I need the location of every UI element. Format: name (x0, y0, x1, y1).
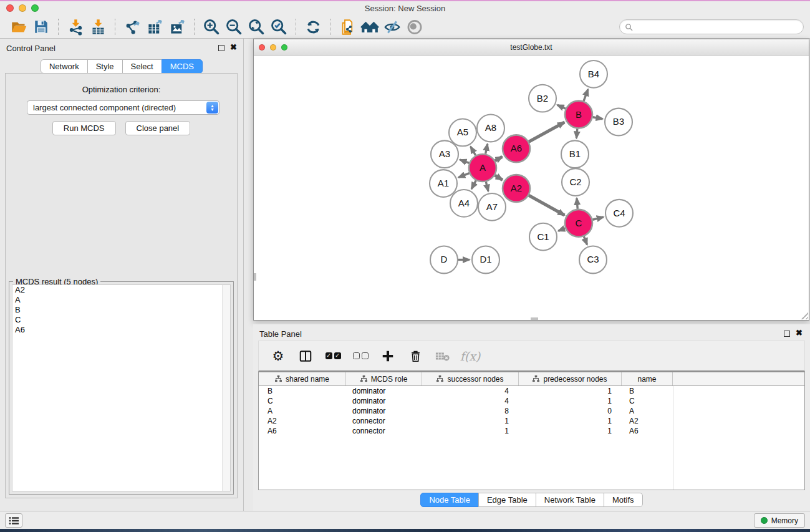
cell-successor-nodes[interactable]: 8 (422, 407, 519, 415)
cell-name[interactable]: C (622, 397, 673, 405)
zoom-in-button[interactable] (200, 17, 223, 37)
run-mcds-button[interactable]: Run MCDS (52, 121, 116, 135)
cell-successor-nodes[interactable]: 1 (422, 427, 519, 435)
graph-node-C4[interactable]: C4 (605, 200, 633, 227)
hide-details-button[interactable] (381, 17, 403, 37)
graph-edge-A-A7[interactable] (486, 181, 488, 191)
graph-edge-C-C2[interactable] (577, 198, 577, 209)
horizontal-scroll-indicator[interactable] (531, 317, 538, 320)
close-panel-button[interactable]: Close panel (125, 121, 191, 135)
result-item[interactable]: C (12, 315, 230, 325)
cell-shared-name[interactable]: A2 (259, 417, 346, 425)
cell-predecessor-nodes[interactable]: 0 (519, 407, 622, 415)
graph-edge-A6-B[interactable] (529, 122, 564, 142)
cell-successor-nodes[interactable]: 1 (422, 417, 519, 425)
table-options-button[interactable]: ⚙ (268, 345, 289, 367)
graph-node-D1[interactable]: D1 (472, 246, 499, 274)
result-item[interactable]: A (12, 295, 230, 305)
cell-name[interactable]: A2 (622, 417, 673, 425)
column-header-name[interactable]: name (622, 372, 673, 385)
cell-mcds-role[interactable]: dominator (346, 407, 422, 415)
graph-edge-A-A3[interactable] (460, 160, 469, 163)
unselect-all-columns-button[interactable] (350, 345, 371, 367)
cell-name[interactable]: A (622, 407, 673, 415)
table-row[interactable]: A6 connector 1 1 A6 (259, 426, 804, 436)
create-column-button[interactable] (377, 345, 398, 367)
criterion-select[interactable]: largest connected component (directed) ▲… (27, 100, 219, 115)
graph-edge-C-C3[interactable] (584, 236, 587, 244)
graph-node-A3[interactable]: A3 (431, 140, 458, 168)
cell-mcds-role[interactable]: dominator (346, 397, 422, 405)
cell-shared-name[interactable]: B (259, 387, 346, 395)
cell-shared-name[interactable]: C (259, 397, 346, 405)
vertical-scroll-indicator[interactable] (254, 273, 256, 281)
network-canvas[interactable]: B4B2BB3A8A5A6A3B1AA1C2A2A4A7C4CC1C3DD1 (254, 56, 809, 320)
graph-edge-B-B1[interactable] (576, 128, 577, 138)
column-header-successor-nodes[interactable]: successor nodes (422, 372, 519, 385)
import-table-button[interactable] (87, 17, 109, 37)
graph-node-C2[interactable]: C2 (562, 168, 589, 196)
search-input[interactable] (633, 22, 803, 31)
graph-node-A6[interactable]: A6 (503, 135, 530, 162)
cell-shared-name[interactable]: A (259, 407, 346, 415)
cell-predecessor-nodes[interactable]: 1 (519, 417, 622, 425)
tab-network[interactable]: Network (41, 59, 88, 74)
graph-edge-B-B2[interactable] (557, 105, 566, 109)
table-row[interactable]: A dominator 8 0 A (259, 406, 804, 416)
open-session-button[interactable] (7, 17, 30, 37)
delete-table-button[interactable] (432, 345, 453, 367)
graph-edge-A-A8[interactable] (486, 144, 488, 154)
cell-predecessor-nodes[interactable]: 1 (519, 427, 622, 435)
tab-style[interactable]: Style (87, 59, 123, 74)
export-network-button[interactable] (121, 17, 143, 37)
graph-node-A7[interactable]: A7 (478, 193, 506, 221)
graph-node-A1[interactable]: A1 (430, 170, 457, 197)
cell-mcds-role[interactable]: connector (346, 417, 422, 425)
graph-node-B4[interactable]: B4 (580, 60, 607, 88)
float-panel-icon[interactable] (218, 45, 224, 51)
graph-node-C1[interactable]: C1 (529, 223, 557, 251)
graph-edge-C-C4[interactable] (592, 217, 603, 220)
new-network-from-selection-button[interactable] (336, 17, 359, 37)
graph-edge-C-C1[interactable] (558, 228, 565, 231)
delete-column-button[interactable] (405, 345, 426, 367)
zoom-out-button[interactable] (223, 17, 245, 37)
graph-node-A4[interactable]: A4 (450, 190, 478, 217)
tab-node-table[interactable]: Node Table (420, 493, 479, 507)
cell-successor-nodes[interactable]: 4 (422, 397, 519, 405)
cell-name[interactable]: B (622, 387, 673, 395)
tab-network-table[interactable]: Network Table (536, 493, 604, 507)
column-header-shared-name[interactable]: shared name (259, 372, 346, 385)
list-menu-button[interactable] (5, 513, 22, 528)
graph-node-B3[interactable]: B3 (605, 109, 632, 136)
graph-node-A[interactable]: A (469, 154, 496, 181)
refresh-button[interactable] (302, 17, 324, 37)
graph-node-C[interactable]: C (565, 210, 592, 237)
show-columns-button[interactable] (295, 345, 316, 367)
result-item[interactable]: A6 (12, 325, 230, 335)
graph-edge-A2-C[interactable] (529, 195, 564, 215)
export-image-button[interactable] (166, 17, 188, 37)
column-header-mcds-role[interactable]: MCDS role (346, 372, 422, 385)
cell-name[interactable]: A6 (622, 427, 673, 435)
cell-mcds-role[interactable]: connector (346, 427, 422, 435)
graph-edge-A-A4[interactable] (471, 180, 476, 189)
show-details-button[interactable] (403, 17, 426, 37)
zoom-fit-button[interactable] (245, 17, 268, 37)
tab-mcds[interactable]: MCDS (162, 59, 203, 74)
cell-predecessor-nodes[interactable]: 1 (519, 387, 622, 395)
tab-edge-table[interactable]: Edge Table (478, 493, 536, 507)
cell-shared-name[interactable]: A6 (259, 427, 346, 435)
table-row[interactable]: A2 connector 1 1 A2 (259, 416, 804, 426)
graph-node-A5[interactable]: A5 (449, 119, 476, 147)
function-builder-button[interactable]: f(x) (460, 345, 481, 367)
graph-node-B2[interactable]: B2 (529, 85, 556, 112)
first-neighbors-button[interactable] (359, 17, 381, 37)
tab-select[interactable]: Select (122, 59, 162, 74)
table-row[interactable]: B dominator 4 1 B (259, 386, 804, 396)
result-list-scrollbar[interactable] (222, 285, 230, 491)
graph-node-B1[interactable]: B1 (561, 140, 589, 168)
graph-edge-B-B4[interactable] (584, 89, 588, 101)
graph-node-B[interactable]: B (565, 101, 592, 128)
graph-node-C3[interactable]: C3 (579, 246, 607, 274)
